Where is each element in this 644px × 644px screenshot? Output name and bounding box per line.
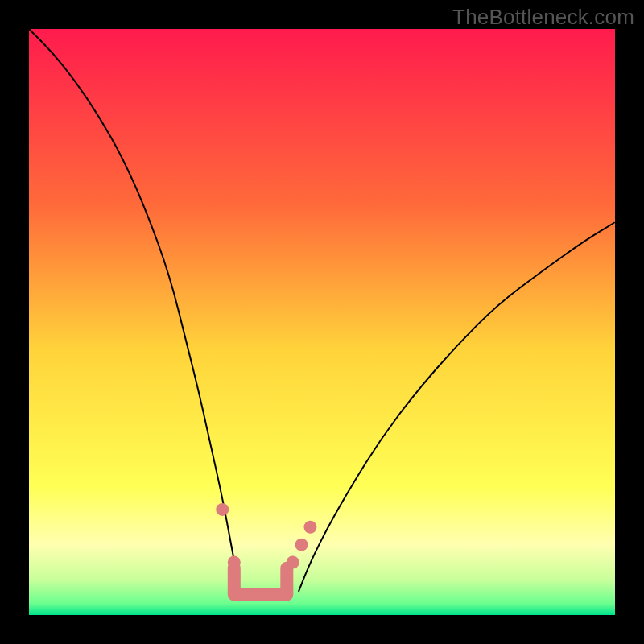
optimum-bracket [234, 568, 287, 595]
optimum-marker [228, 555, 241, 568]
watermark-text: TheBottleneck.com [452, 5, 634, 30]
chart-frame [29, 29, 615, 615]
chart-plot-svg [29, 29, 615, 615]
optimum-marker [295, 539, 308, 551]
optimum-marker [216, 503, 229, 516]
left-bottleneck-curve [29, 29, 240, 592]
optimum-markers-group [216, 503, 316, 569]
right-bottleneck-curve [299, 222, 615, 592]
optimum-marker [287, 555, 299, 568]
optimum-marker [303, 521, 316, 534]
